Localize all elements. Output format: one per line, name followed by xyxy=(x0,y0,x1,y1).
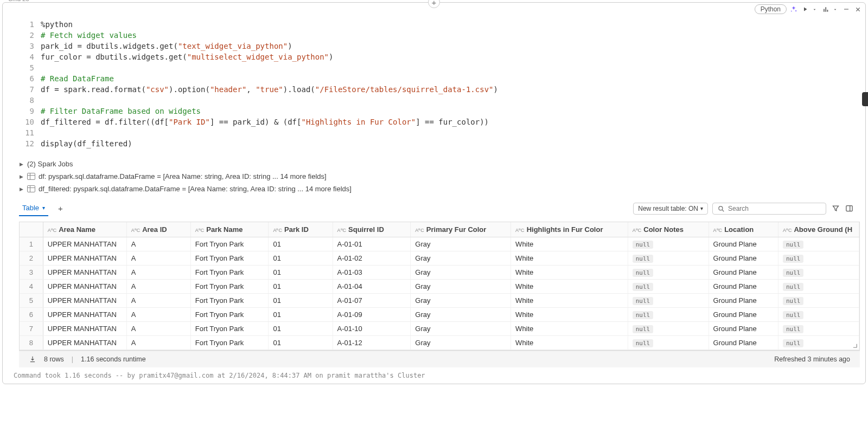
table-row[interactable]: 4UPPER MANHATTANAFort Tryon Park01A-01-0… xyxy=(20,280,859,294)
minimize-icon[interactable] xyxy=(842,5,851,14)
result-table-toggle-label: New result table: ON xyxy=(638,205,698,212)
download-icon[interactable] xyxy=(29,355,36,363)
column-header[interactable]: AᴮCArea ID xyxy=(126,222,190,237)
panel-toggle-icon[interactable] xyxy=(845,204,853,212)
caret-right-icon: ▶ xyxy=(19,186,24,191)
output-section: ▶ (2) Spark Jobs ▶ df: pyspark.sql.dataf… xyxy=(3,153,865,197)
table-row[interactable]: 1UPPER MANHATTANAFort Tryon Park01A-01-0… xyxy=(20,237,859,251)
column-header[interactable]: AᴮCHighlights in Fur Color xyxy=(511,222,628,237)
table-row[interactable]: 8UPPER MANHATTANAFort Tryon Park01A-01-1… xyxy=(20,336,859,350)
result-table-container: AᴮCArea NameAᴮCArea IDAᴮCPark NameAᴮCPar… xyxy=(19,222,860,351)
spark-jobs-expand[interactable]: ▶ (2) Spark Jobs xyxy=(19,158,856,170)
caret-right-icon: ▶ xyxy=(19,161,24,166)
refreshed-label: Refreshed 3 minutes ago xyxy=(774,355,850,363)
caret-right-icon: ▶ xyxy=(19,174,24,179)
language-pill[interactable]: Python xyxy=(755,4,787,14)
result-table-toggle[interactable]: New result table: ON ▾ xyxy=(633,203,708,215)
code-editor[interactable]: 123456789101112 %python# Fetch widget va… xyxy=(3,3,865,153)
cell-toolbar: Python xyxy=(755,4,862,14)
search-input[interactable] xyxy=(728,205,821,212)
column-header[interactable]: AᴮCLocation xyxy=(709,222,778,237)
cell-label: Cmd 28 xyxy=(8,0,29,2)
svg-point-1 xyxy=(719,206,723,210)
assistant-icon[interactable] xyxy=(789,5,798,14)
results-menu-chevron-icon[interactable] xyxy=(831,5,839,14)
search-icon xyxy=(717,205,725,212)
run-cell-icon[interactable] xyxy=(801,5,809,14)
column-header[interactable]: AᴮCColor Notes xyxy=(628,222,709,237)
column-header[interactable]: AᴮCArea Name xyxy=(43,222,126,237)
column-header[interactable]: AᴮCPark Name xyxy=(190,222,269,237)
line-number-gutter: 123456789101112 xyxy=(3,19,41,149)
chevron-down-icon: ▾ xyxy=(700,205,703,211)
table-row[interactable]: 2UPPER MANHATTANAFort Tryon Park01A-01-0… xyxy=(20,251,859,266)
runtime-label: 1.16 seconds runtime xyxy=(81,355,146,363)
column-header[interactable]: AᴮCPark ID xyxy=(269,222,333,237)
results-chart-icon[interactable] xyxy=(821,5,830,14)
table-row[interactable]: 7UPPER MANHATTANAFort Tryon Park01A-01-1… xyxy=(20,322,859,336)
spark-jobs-label: (2) Spark Jobs xyxy=(27,160,73,168)
dataframe-icon xyxy=(27,185,35,192)
row-count-label: 8 rows xyxy=(44,355,64,363)
svg-line-2 xyxy=(722,210,724,211)
result-toolbar: Table ▾ + New result table: ON ▾ xyxy=(12,197,860,220)
tab-table-label: Table xyxy=(22,204,39,212)
svg-rect-3 xyxy=(846,206,852,211)
column-header[interactable]: AᴮCSquirrel ID xyxy=(333,222,411,237)
code-content[interactable]: %python# Fetch widget valuespark_id = db… xyxy=(41,19,865,149)
close-icon[interactable] xyxy=(853,5,862,14)
filter-icon[interactable] xyxy=(832,204,840,212)
df-schema-expand[interactable]: ▶ df: pyspark.sql.dataframe.DataFrame = … xyxy=(19,170,856,183)
run-menu-chevron-icon[interactable] xyxy=(810,5,819,14)
result-tabs: Table ▾ + xyxy=(19,200,67,216)
command-footer: Command took 1.16 seconds -- by pramitx4… xyxy=(3,367,865,384)
result-table[interactable]: AᴮCArea NameAᴮCArea IDAᴮCPark NameAᴮCPar… xyxy=(20,222,859,350)
column-header[interactable]: AᴮCAbove Ground (H xyxy=(778,222,859,237)
column-header[interactable]: AᴮCPrimary Fur Color xyxy=(411,222,511,237)
svg-rect-0 xyxy=(844,9,848,10)
notebook-cell: Cmd 28 + Python 123456789101112 %python#… xyxy=(2,2,866,384)
add-viz-button[interactable]: + xyxy=(54,202,67,215)
side-toggle-handle[interactable] xyxy=(862,92,868,106)
result-search-box[interactable] xyxy=(712,203,826,215)
chevron-down-icon: ▾ xyxy=(42,205,45,211)
result-status-bar: 8 rows | 1.16 seconds runtime Refreshed … xyxy=(19,351,860,367)
table-row[interactable]: 3UPPER MANHATTANAFort Tryon Park01A-01-0… xyxy=(20,266,859,280)
df-schema-text: df: pyspark.sql.dataframe.DataFrame = [A… xyxy=(39,172,327,180)
resize-handle-icon[interactable] xyxy=(850,341,858,348)
tab-table[interactable]: Table ▾ xyxy=(19,200,48,216)
table-row[interactable]: 6UPPER MANHATTANAFort Tryon Park01A-01-0… xyxy=(20,308,859,322)
df-filtered-schema-text: df_filtered: pyspark.sql.dataframe.DataF… xyxy=(39,185,352,193)
dataframe-icon xyxy=(27,173,35,180)
df-filtered-schema-expand[interactable]: ▶ df_filtered: pyspark.sql.dataframe.Dat… xyxy=(19,183,856,195)
table-row[interactable]: 5UPPER MANHATTANAFort Tryon Park01A-01-0… xyxy=(20,294,859,308)
